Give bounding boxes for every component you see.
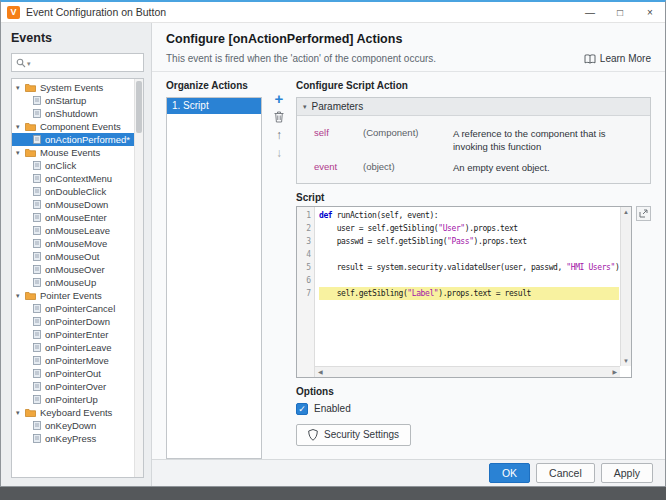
add-action-button[interactable]: +: [275, 91, 284, 106]
tree-item-onmouseup[interactable]: onMouseUp: [12, 276, 143, 289]
tree-item-onmouseover[interactable]: onMouseOver: [12, 263, 143, 276]
chevron-down-icon[interactable]: ▾: [16, 292, 25, 300]
event-icon: [33, 343, 41, 352]
code-area[interactable]: def runAction(self, event): user = self.…: [315, 207, 619, 377]
tree-item-onpointerenter[interactable]: onPointerEnter: [12, 328, 143, 341]
tree-item-onmouseout[interactable]: onMouseOut: [12, 250, 143, 263]
tree-item-label: onMouseLeave: [45, 225, 110, 236]
tree-item-onstartup[interactable]: onStartup: [12, 94, 143, 107]
delete-action-button[interactable]: [274, 109, 284, 124]
tree-folder-mouse-events[interactable]: ▾Mouse Events: [12, 146, 143, 159]
folder-icon: [25, 408, 36, 417]
event-icon: [33, 252, 41, 261]
tree-item-onkeypress[interactable]: onKeyPress: [12, 432, 143, 445]
tree-item-onpointerup[interactable]: onPointerUp: [12, 393, 143, 406]
tree-item-onmouseenter[interactable]: onMouseEnter: [12, 211, 143, 224]
enabled-checkbox[interactable]: ✓: [296, 403, 308, 415]
code-line[interactable]: [319, 274, 619, 287]
tree-item-onactionperformed[interactable]: onActionPerformed*: [12, 133, 143, 146]
tree-folder-pointer-events[interactable]: ▾Pointer Events: [12, 289, 143, 302]
tree-item-label: onShutdown: [45, 108, 98, 119]
actions-list[interactable]: 1. Script: [166, 97, 262, 459]
param-description: A reference to the component that is inv…: [453, 127, 642, 154]
event-search-box[interactable]: ▾: [11, 53, 144, 72]
move-down-button[interactable]: ↓: [276, 145, 282, 160]
tree-folder-system-events[interactable]: ▾System Events: [12, 81, 143, 94]
chevron-down-icon[interactable]: ▾: [16, 409, 25, 417]
tree-item-oncontextmenu[interactable]: onContextMenu: [12, 172, 143, 185]
horizontal-scrollbar[interactable]: ◀ ▶: [315, 366, 620, 377]
chevron-down-icon[interactable]: ▾: [16, 149, 25, 157]
scroll-up-icon[interactable]: ▲: [623, 209, 629, 215]
options-heading: Options: [296, 386, 651, 397]
tree-item-label: onActionPerformed*: [45, 134, 130, 145]
scroll-right-icon[interactable]: ▶: [612, 368, 617, 375]
page-title: Configure [onActionPerformed] Actions: [166, 32, 651, 46]
tree-item-label: onDoubleClick: [45, 186, 106, 197]
scroll-down-icon[interactable]: ▼: [623, 358, 629, 364]
search-icon: [16, 58, 26, 68]
configure-script-column: Configure Script Action ▾ Parameters sel…: [296, 80, 651, 459]
titlebar[interactable]: V Event Configuration on Button — □ ×: [1, 2, 665, 23]
tree-item-onpointerdown[interactable]: onPointerDown: [12, 315, 143, 328]
expand-script-editor-button[interactable]: [636, 206, 651, 221]
enabled-checkbox-row[interactable]: ✓ Enabled: [296, 403, 651, 415]
tree-item-onpointermove[interactable]: onPointerMove: [12, 354, 143, 367]
event-icon: [33, 213, 41, 222]
ok-button[interactable]: OK: [489, 463, 530, 483]
tree-item-onclick[interactable]: onClick: [12, 159, 143, 172]
tree-item-onmousedown[interactable]: onMouseDown: [12, 198, 143, 211]
security-settings-button[interactable]: Security Settings: [296, 424, 411, 446]
minimize-button[interactable]: —: [575, 2, 605, 22]
vertical-scrollbar[interactable]: ▲ ▼: [620, 207, 631, 366]
tree-item-label: System Events: [40, 82, 103, 93]
tree-folder-keyboard-events[interactable]: ▾Keyboard Events: [12, 406, 143, 419]
tree-item-onpointerout[interactable]: onPointerOut: [12, 367, 143, 380]
action-item-1-script[interactable]: 1. Script: [167, 98, 261, 114]
tree-item-onshutdown[interactable]: onShutdown: [12, 107, 143, 120]
search-filter-caret-icon[interactable]: ▾: [27, 60, 31, 68]
tree-item-label: onMouseEnter: [45, 212, 107, 223]
tree-item-onmousemove[interactable]: onMouseMove: [12, 237, 143, 250]
tree-scrollbar-thumb[interactable]: [136, 81, 142, 133]
search-input[interactable]: [34, 57, 139, 68]
events-tree: ▾System EventsonStartuponShutdown▾Compon…: [11, 78, 144, 478]
param-name: event: [305, 161, 363, 174]
chevron-down-icon[interactable]: ▾: [16, 123, 25, 131]
folder-icon: [25, 122, 36, 131]
move-up-button[interactable]: ↑: [276, 127, 282, 142]
collapse-chevron-icon[interactable]: ▾: [303, 103, 307, 111]
code-line[interactable]: passwd = self.getSibling("Pass").props.t…: [319, 235, 619, 248]
code-line[interactable]: [319, 248, 619, 261]
scroll-left-icon[interactable]: ◀: [318, 368, 323, 375]
apply-button[interactable]: Apply: [601, 463, 653, 483]
script-heading: Script: [296, 192, 651, 203]
learn-more-link[interactable]: Learn More: [584, 53, 651, 64]
event-icon: [33, 200, 41, 209]
maximize-button[interactable]: □: [605, 2, 635, 22]
tree-item-ondoubleclick[interactable]: onDoubleClick: [12, 185, 143, 198]
tree-item-onkeydown[interactable]: onKeyDown: [12, 419, 143, 432]
tree-item-onpointerleave[interactable]: onPointerLeave: [12, 341, 143, 354]
tree-folder-component-events[interactable]: ▾Component Events: [12, 120, 143, 133]
line-number-gutter: 1234567: [297, 207, 315, 377]
tree-item-label: onPointerOut: [45, 368, 101, 379]
tree-item-onmouseleave[interactable]: onMouseLeave: [12, 224, 143, 237]
code-line[interactable]: result = system.security.validateUser(us…: [319, 261, 619, 274]
tree-item-onpointercancel[interactable]: onPointerCancel: [12, 302, 143, 315]
tree-item-label: onKeyDown: [45, 420, 96, 431]
security-settings-label: Security Settings: [324, 429, 399, 440]
code-line[interactable]: def runAction(self, event):: [319, 209, 619, 222]
tree-scrollbar[interactable]: [134, 79, 143, 477]
tree-item-onpointerover[interactable]: onPointerOver: [12, 380, 143, 393]
code-line[interactable]: user = self.getSibling("User").props.tex…: [319, 222, 619, 235]
cancel-button[interactable]: Cancel: [536, 463, 595, 483]
folder-icon: [25, 291, 36, 300]
chevron-down-icon[interactable]: ▾: [16, 84, 25, 92]
event-icon: [33, 239, 41, 248]
close-button[interactable]: ×: [635, 2, 665, 22]
code-line-highlighted[interactable]: self.getSibling("Label").props.text = re…: [319, 287, 619, 300]
script-editor-row: 1234567 def runAction(self, event): user…: [296, 206, 651, 378]
parameters-header[interactable]: ▾ Parameters: [297, 98, 650, 116]
script-editor[interactable]: 1234567 def runAction(self, event): user…: [296, 206, 632, 378]
